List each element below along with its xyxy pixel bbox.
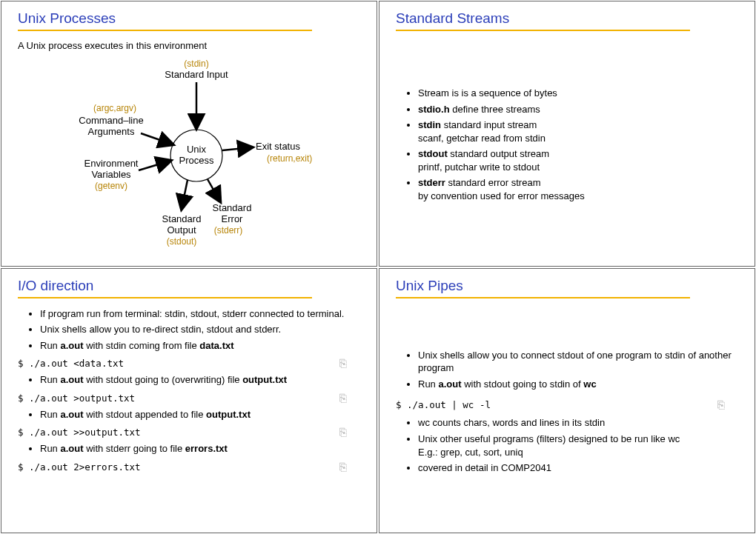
stdin-label: Standard Input — [165, 69, 228, 80]
title-rule — [396, 297, 690, 298]
bullet-list: Unix shells allow you to connect stdout … — [396, 346, 738, 394]
stderr-label-1: Standard — [213, 202, 252, 213]
code-block: $ ./a.out >output.txt ⎘ — [18, 391, 360, 405]
slide-title: Unix Processes — [18, 10, 360, 27]
stderr-label-2: Error — [222, 213, 244, 224]
svg-line-2 — [141, 133, 173, 144]
env-label-2: Variables — [91, 169, 131, 180]
stderr-mono: (stderr) — [214, 225, 243, 236]
slide-title: Standard Streams — [396, 10, 738, 27]
slide-title: I/O direction — [18, 278, 360, 294]
list-item: Run a.out with stdin coming from file da… — [40, 339, 360, 353]
argv-mono: (argc,argv) — [93, 103, 136, 113]
bullet-list: Run a.out with stderr going to file erro… — [18, 442, 360, 455]
code-block: $ ./a.out >>output.txt ⎘ — [18, 425, 360, 439]
env-mono: (getenv) — [95, 181, 127, 191]
argv-label-1: Command–line — [79, 115, 143, 126]
copy-icon[interactable]: ⎘ — [339, 391, 360, 405]
list-item: Stream is is a sequence of bytes — [418, 87, 738, 100]
list-item: Run a.out with stdout going to (overwrit… — [40, 373, 360, 387]
code-text: $ ./a.out >>output.txt — [18, 427, 141, 438]
slide-intro-text: A Unix process executes in this environm… — [18, 40, 360, 51]
list-item: stdin standard input stream scanf, getch… — [418, 119, 738, 144]
svg-line-6 — [208, 179, 220, 201]
copy-icon[interactable]: ⎘ — [339, 460, 360, 474]
list-item: covered in detail in COMP2041 — [418, 461, 738, 475]
list-item: Unix shells allow you to connect stdout … — [418, 349, 738, 375]
bullet-list: Run a.out with stdout going to (overwrit… — [18, 373, 360, 387]
list-item: Unix other useful programs (filters) des… — [418, 433, 738, 458]
copy-icon[interactable]: ⎘ — [339, 425, 360, 439]
copy-icon[interactable]: ⎘ — [717, 398, 738, 412]
bullet-list: If program run from terminal: stdin, std… — [18, 307, 360, 353]
stdout-label-1: Standard — [162, 213, 202, 224]
list-item: Unix shells allow you to re-direct stdin… — [40, 323, 360, 336]
svg-line-4 — [222, 147, 252, 150]
stdout-mono: (stdout) — [167, 236, 197, 247]
svg-line-3 — [139, 161, 170, 170]
exit-label: Exit status — [256, 141, 300, 152]
list-item: If program run from terminal: stdin, std… — [40, 307, 360, 321]
slide-unix-processes: Unix Processes A Unix process executes i… — [1, 1, 377, 267]
copy-icon[interactable]: ⎘ — [339, 356, 360, 370]
list-item: Run a.out with stdout appended to file o… — [40, 408, 360, 421]
argv-label-2: Arguments — [88, 126, 135, 137]
code-text: $ ./a.out 2>errors.txt — [18, 461, 141, 473]
bullet-list: Stream is is a sequence of bytes stdio.h… — [396, 84, 738, 205]
title-rule — [18, 30, 312, 31]
stdin-mono: (stdin) — [184, 59, 208, 69]
code-text: $ ./a.out | wc -l — [396, 399, 491, 410]
title-rule — [396, 30, 690, 31]
env-label-1: Environment — [84, 158, 139, 169]
exit-mono: (return,exit) — [267, 153, 312, 164]
slide-io-direction: I/O direction If program run from termin… — [1, 268, 377, 534]
bullet-list: Run a.out with stdout appended to file o… — [18, 408, 360, 421]
slide-standard-streams: Standard Streams Stream is is a sequence… — [379, 1, 755, 267]
list-item: wc counts chars, words and lines in its … — [418, 416, 738, 430]
code-text: $ ./a.out <data.txt — [18, 358, 124, 369]
code-text: $ ./a.out >output.txt — [18, 393, 135, 404]
list-item: Run a.out with stdout going to stdin of … — [418, 378, 738, 391]
list-item: Run a.out with stderr going to file erro… — [40, 442, 360, 455]
code-block: $ ./a.out 2>errors.txt ⎘ — [18, 460, 360, 474]
process-diagram: Unix Process (stdin) Standard Input (arg… — [56, 56, 322, 252]
slide-unix-pipes: Unix Pipes Unix shells allow you to conn… — [379, 268, 755, 534]
diagram-center-2: Process — [179, 155, 214, 166]
slide-handout-grid: Unix Processes A Unix process executes i… — [0, 0, 756, 534]
code-block: $ ./a.out <data.txt ⎘ — [18, 356, 360, 370]
stdout-label-2: Output — [167, 224, 196, 236]
bullet-list: wc counts chars, words and lines in its … — [396, 413, 738, 477]
svg-line-5 — [182, 180, 188, 209]
title-rule — [18, 297, 312, 298]
diagram-center-1: Unix — [187, 144, 207, 155]
slide-title: Unix Pipes — [396, 278, 738, 294]
list-item: stdio.h define three streams — [418, 103, 738, 116]
list-item: stderr standard error stream by conventi… — [418, 176, 738, 202]
list-item: stdout standard output stream printf, pu… — [418, 147, 738, 173]
code-block: $ ./a.out | wc -l ⎘ — [396, 398, 738, 412]
